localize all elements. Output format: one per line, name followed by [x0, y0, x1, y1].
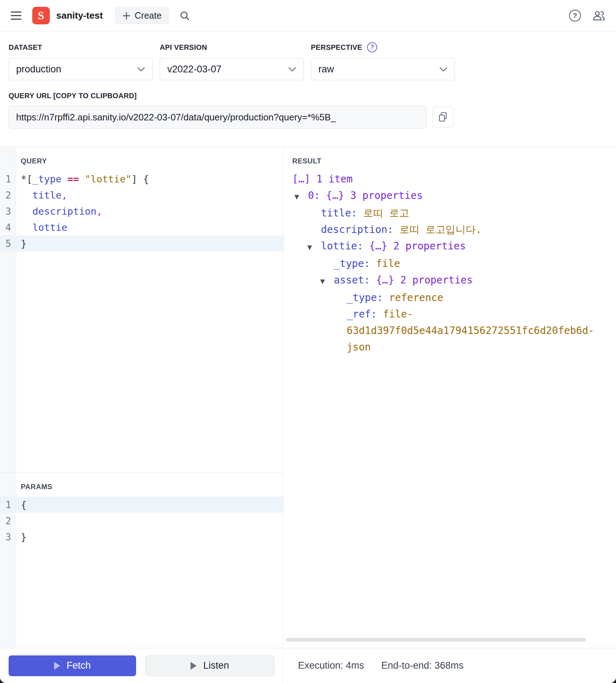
- code-token: _type:: [347, 292, 389, 304]
- query-code: 1*[_type == "lottie"] {2 title,3 descrip…: [16, 171, 283, 252]
- create-button-label: Create: [135, 10, 162, 21]
- code-token: reference: [389, 292, 443, 304]
- listen-button[interactable]: Listen: [145, 655, 275, 676]
- search-icon: [179, 10, 191, 22]
- play-icon: [54, 662, 60, 670]
- code-token: [21, 206, 33, 217]
- line-number: 3: [0, 532, 16, 543]
- code-token: [21, 222, 33, 233]
- code-line[interactable]: 2 title,: [0, 187, 283, 203]
- api-version-label: API VERSION: [160, 42, 304, 52]
- hamburger-menu-icon[interactable]: [11, 11, 21, 20]
- result-footer: Execution: 4ms End-to-end: 368ms: [284, 648, 616, 683]
- code-token: title:: [321, 207, 363, 219]
- collapse-arrow-icon[interactable]: ▼: [294, 188, 308, 205]
- right-pane: RESULT […] 1 item▼0: {…} 3 propertiestit…: [284, 147, 616, 683]
- params-code: 1{23}: [16, 497, 283, 545]
- horizontal-scrollbar[interactable]: [286, 638, 586, 642]
- api-version-select[interactable]: v2022-03-07: [160, 58, 304, 80]
- params-editor[interactable]: PARAMS 1{23}: [0, 473, 283, 648]
- code-token: asset:: [334, 274, 376, 286]
- code-text: title,: [16, 190, 67, 201]
- copy-icon: [438, 111, 448, 123]
- code-token: {…} 2 properties: [376, 274, 473, 286]
- chevron-down-icon: [439, 67, 447, 72]
- chevron-down-icon: [137, 67, 145, 72]
- code-token: lottie: [33, 222, 68, 233]
- code-text: description,: [16, 206, 102, 217]
- code-token: […] 1 item: [292, 173, 353, 185]
- params-panel-label: PARAMS: [21, 483, 283, 491]
- query-panel-label: QUERY: [21, 157, 283, 165]
- query-url-input[interactable]: https://n7rpffi2.api.sanity.io/v2022-03-…: [9, 106, 427, 129]
- help-icon: ?: [569, 10, 581, 22]
- perspective-label: PERSPECTIVE ?: [311, 42, 455, 52]
- collapse-arrow-icon[interactable]: ▼: [320, 273, 334, 290]
- search-button[interactable]: [179, 10, 191, 22]
- code-token: 로띠 로고입니다.: [399, 224, 482, 235]
- line-number: 3: [0, 206, 16, 217]
- end-to-end-time: End-to-end: 368ms: [381, 660, 464, 671]
- code-token: }: [21, 531, 27, 543]
- code-token: {…} 2 properties: [369, 240, 466, 252]
- code-line[interactable]: 4 lottie: [0, 219, 283, 235]
- dataset-value: production: [16, 64, 61, 75]
- code-line[interactable]: 3}: [0, 529, 283, 545]
- chevron-down-icon: [288, 67, 296, 72]
- code-token: 0: {…} 3 properties: [308, 190, 423, 201]
- plus-icon: [122, 12, 130, 20]
- perspective-select[interactable]: raw: [311, 58, 455, 80]
- api-version-value: v2022-03-07: [167, 64, 222, 75]
- code-token: ] {: [131, 173, 149, 185]
- code-text: {: [16, 499, 27, 510]
- users-icon: [592, 10, 605, 22]
- query-editor[interactable]: QUERY 1*[_type == "lottie"] {2 title,3 d…: [0, 147, 283, 473]
- result-row: _ref: file-63d1d397f0d5e44a1794156272551…: [292, 306, 607, 355]
- code-token: _type:: [334, 258, 376, 269]
- code-token: "lottie": [85, 173, 131, 185]
- code-token: [21, 190, 33, 201]
- code-token: *[: [21, 173, 33, 185]
- code-token: _ref:: [347, 308, 383, 320]
- help-button[interactable]: ?: [569, 10, 581, 22]
- line-number: 1: [0, 500, 16, 510]
- left-footer: Fetch Listen: [0, 648, 283, 683]
- dataset-select[interactable]: production: [9, 58, 153, 80]
- code-token: file: [376, 258, 400, 269]
- result-panel-label: RESULT: [292, 157, 607, 165]
- fetch-button[interactable]: Fetch: [9, 655, 136, 676]
- code-line[interactable]: 5}: [0, 235, 283, 252]
- code-text: lottie: [16, 222, 67, 233]
- code-token: title: [33, 190, 62, 201]
- result-row: ▼0: {…} 3 properties: [292, 187, 590, 205]
- code-token: description: [33, 206, 97, 217]
- code-token: file-63d1d397f0d5e44a1794156272551fc6d20…: [347, 308, 594, 353]
- code-line[interactable]: 1{: [0, 497, 283, 513]
- play-icon: [191, 662, 197, 670]
- top-bar: S sanity-test Create ?: [0, 0, 616, 32]
- code-text: }: [16, 238, 27, 249]
- result-row: title: 로띠 로고: [292, 205, 603, 221]
- code-token: ==: [67, 173, 79, 185]
- code-line[interactable]: 2: [0, 513, 283, 529]
- query-controls: DATASET production API VERSION v2022-03-…: [0, 32, 616, 147]
- code-token: [79, 173, 85, 185]
- result-row: description: 로띠 로고입니다.: [292, 221, 603, 238]
- create-button[interactable]: Create: [115, 7, 169, 24]
- code-line[interactable]: 3 description,: [0, 203, 283, 219]
- result-row: […] 1 item: [292, 171, 574, 187]
- perspective-help-icon[interactable]: ?: [367, 42, 377, 52]
- line-number: 1: [0, 174, 16, 185]
- code-line[interactable]: 1*[_type == "lottie"] {: [0, 171, 283, 187]
- copy-url-button[interactable]: [433, 107, 453, 128]
- line-number: 2: [0, 190, 16, 201]
- code-token: ,: [62, 190, 67, 201]
- code-token: lottie:: [321, 240, 369, 252]
- code-token: ,: [96, 206, 102, 217]
- result-row: _type: reference: [292, 290, 607, 306]
- line-number: 2: [0, 516, 16, 526]
- collapse-arrow-icon[interactable]: ▼: [307, 239, 321, 255]
- code-text: *[_type == "lottie"] {: [16, 173, 149, 185]
- sanity-logo[interactable]: S: [32, 7, 50, 24]
- members-button[interactable]: [592, 10, 605, 22]
